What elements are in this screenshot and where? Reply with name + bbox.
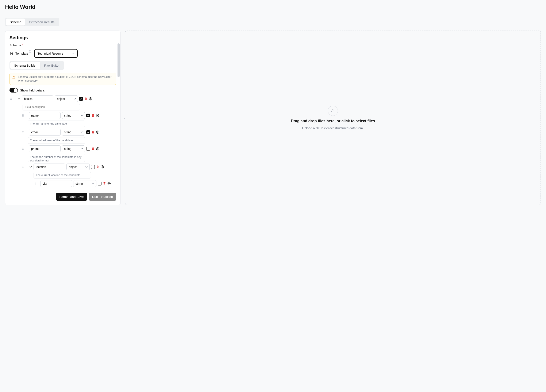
check-icon — [80, 98, 82, 100]
add-icon[interactable] — [96, 114, 99, 117]
chevron-down-icon — [81, 114, 83, 117]
expand-chevron-icon[interactable] — [29, 165, 32, 168]
expand-chevron-icon[interactable] — [18, 97, 20, 100]
template-select[interactable]: Technical Resume — [34, 49, 78, 58]
delete-icon[interactable] — [84, 97, 88, 101]
drag-handle-icon[interactable] — [22, 165, 25, 168]
tab-schema[interactable]: Schema — [6, 19, 25, 25]
settings-panel: Settings Schema * Template ? Technical R… — [5, 31, 121, 205]
required-checkbox[interactable] — [79, 97, 83, 101]
field-type-select[interactable]: object — [66, 164, 90, 170]
field-description-input[interactable] — [23, 104, 80, 110]
format-and-save-button[interactable]: Format and Save — [56, 193, 87, 201]
field-description-input[interactable]: The phone number of the candidate in any… — [28, 154, 85, 162]
schema-section-label: Schema * — [5, 44, 120, 49]
tab-raw-editor[interactable]: Raw Editor — [40, 62, 63, 69]
tab-extraction-results[interactable]: Extraction Results — [25, 19, 58, 25]
field-name-input[interactable] — [29, 129, 61, 135]
scrollbar[interactable] — [117, 44, 120, 77]
settings-title: Settings — [5, 35, 120, 44]
field-type-select[interactable]: string — [73, 180, 96, 187]
field-name-input[interactable] — [29, 145, 61, 152]
field-description-input[interactable] — [33, 172, 91, 178]
delete-icon[interactable] — [103, 182, 106, 185]
page-header: Hello World — [0, 0, 546, 14]
field-type-select[interactable]: string — [62, 145, 85, 152]
document-icon — [9, 51, 13, 56]
delete-icon[interactable] — [91, 147, 95, 151]
toggle-label: Show field details — [20, 89, 45, 92]
required-checkbox[interactable] — [86, 114, 90, 117]
run-extraction-button[interactable]: Run Extraction — [89, 193, 116, 201]
chevron-down-icon — [81, 131, 83, 133]
show-field-details-toggle[interactable] — [9, 88, 18, 93]
drag-handle-icon[interactable] — [22, 147, 25, 150]
required-asterisk: * — [22, 44, 23, 47]
file-dropzone[interactable]: Drag and drop files here, or click to se… — [125, 31, 541, 205]
upload-icon-circle — [328, 106, 338, 116]
field-name-input[interactable] — [33, 164, 65, 170]
required-checkbox[interactable] — [91, 165, 95, 169]
page-title: Hello World — [5, 4, 541, 10]
delete-icon[interactable] — [96, 165, 99, 169]
resize-handle-icon[interactable] — [124, 116, 125, 120]
help-icon[interactable]: ? — [29, 50, 31, 53]
check-icon — [87, 131, 90, 133]
drag-handle-icon[interactable] — [22, 114, 25, 117]
field-type-select[interactable]: string — [62, 129, 85, 135]
drag-handle-icon[interactable] — [22, 131, 25, 134]
check-icon — [87, 114, 90, 117]
field-description-input[interactable] — [28, 137, 85, 144]
add-icon[interactable] — [89, 97, 92, 101]
dropzone-subtitle: Upload a file to extract structured data… — [302, 126, 364, 130]
add-icon[interactable] — [107, 182, 111, 185]
template-label: Template ? — [15, 52, 28, 55]
warning-banner: Schema Builder only supports a subset of… — [9, 73, 116, 85]
upload-icon — [331, 109, 335, 113]
required-checkbox[interactable] — [86, 147, 90, 151]
warning-text: Schema Builder only supports a subset of… — [18, 75, 113, 83]
add-icon[interactable] — [96, 147, 99, 151]
chevron-down-icon — [72, 52, 75, 55]
drag-handle-icon[interactable] — [33, 182, 36, 185]
add-icon[interactable] — [101, 165, 104, 169]
field-type-select[interactable]: object — [55, 95, 78, 102]
field-description-input[interactable] — [28, 120, 85, 127]
chevron-down-icon — [85, 166, 88, 168]
required-checkbox[interactable] — [98, 182, 102, 185]
dropzone-title: Drag and drop files here, or click to se… — [291, 119, 375, 123]
add-icon[interactable] — [96, 130, 99, 134]
delete-icon[interactable] — [91, 130, 95, 134]
delete-icon[interactable] — [91, 114, 95, 117]
main-tab-bar: Schema Extraction Results — [0, 14, 546, 28]
field-type-select[interactable]: string — [62, 112, 85, 119]
chevron-down-icon — [92, 182, 95, 185]
required-checkbox[interactable] — [86, 130, 90, 134]
drag-handle-icon[interactable] — [9, 97, 13, 100]
field-name-input[interactable] — [29, 112, 61, 119]
field-name-input[interactable] — [22, 95, 53, 102]
chevron-down-icon — [73, 98, 76, 100]
chevron-down-icon — [81, 147, 83, 150]
field-name-input[interactable] — [40, 180, 72, 187]
warning-icon — [12, 76, 16, 79]
tab-schema-builder[interactable]: Schema Builder — [10, 62, 40, 69]
